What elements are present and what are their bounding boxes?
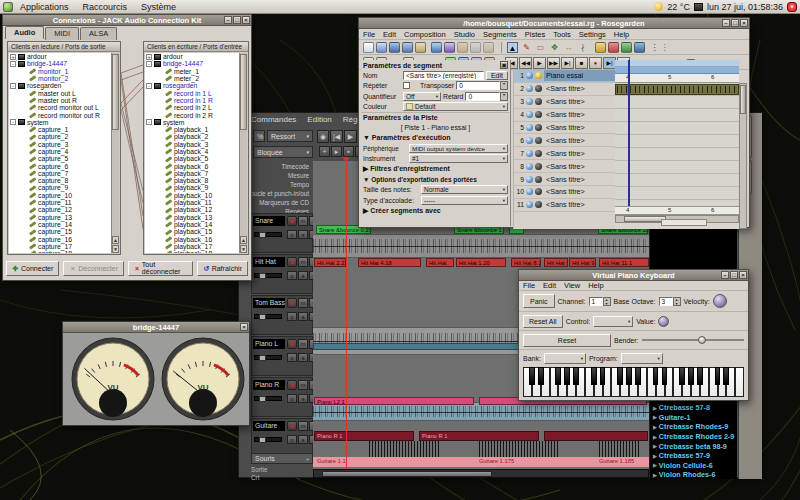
record-arm-button[interactable]: [287, 339, 297, 349]
tree-item[interactable]: playback_12: [145, 206, 239, 213]
tree-expander-icon[interactable]: -: [10, 119, 16, 125]
rosegarden-menu-item[interactable]: Help: [614, 30, 629, 39]
tree-item[interactable]: playback_7: [145, 170, 239, 177]
tree-item[interactable]: playback_11: [145, 199, 239, 206]
track-name-field[interactable]: Tom Bass: [253, 298, 285, 308]
rosegarden-menu-item[interactable]: Composition: [404, 30, 446, 39]
resize-tool-icon[interactable]: ↔: [563, 42, 574, 53]
crt-label[interactable]: Crt: [251, 474, 259, 481]
tree-expander-icon[interactable]: -: [10, 61, 16, 67]
tree-item[interactable]: capture_18: [9, 250, 111, 253]
rosegarden-titlebar[interactable]: /home/bousquet/Documents/essai.rg - Rose…: [359, 18, 749, 29]
ardour-track-header[interactable]: Hit Hat m s p a g: [251, 254, 313, 294]
track-name-field[interactable]: Hit Hat: [253, 257, 285, 267]
track-name[interactable]: <Sans titre>: [544, 135, 615, 146]
piano-black-key[interactable]: [591, 367, 597, 385]
audio-region-piano-r[interactable]: Piano R 1: [314, 431, 414, 441]
rosegarden-menu-item[interactable]: Pistes: [525, 30, 545, 39]
automation-button[interactable]: a: [298, 230, 308, 239]
tree-expander-icon[interactable]: -: [146, 119, 152, 125]
tree-item[interactable]: capture_17: [9, 243, 111, 250]
track-name[interactable]: <Sans titre>: [544, 161, 615, 172]
track-record-led[interactable]: [535, 137, 542, 144]
tree-expander-icon[interactable]: -: [10, 83, 16, 89]
region-list-item[interactable]: ▶ Guitare-1: [650, 413, 737, 423]
panic-button[interactable]: Panic: [523, 294, 555, 308]
track-fader[interactable]: [254, 437, 282, 442]
track-record-led[interactable]: [535, 163, 542, 170]
tree-item[interactable]: - bridge-14447: [145, 60, 239, 67]
track-record-led[interactable]: [535, 201, 542, 208]
close-icon[interactable]: ×: [739, 271, 747, 279]
track-name[interactable]: <Sans titre>: [544, 148, 615, 159]
output-label[interactable]: Sortie: [251, 466, 267, 473]
segment-name-field[interactable]: <Sans titre> (enregistré): [403, 71, 484, 80]
region-list-item[interactable]: ▶ Violon Cellule-6: [650, 461, 737, 471]
record-arm-button[interactable]: [287, 216, 297, 226]
automation-button[interactable]: a: [298, 312, 308, 321]
piano-white-key[interactable]: [735, 367, 744, 397]
region-list-item[interactable]: ▶ Ctrebasse Rhodes-9: [650, 422, 737, 432]
track-fader[interactable]: [254, 273, 282, 278]
dock-collapse-icon[interactable]: ▣: [500, 61, 508, 69]
tree-item[interactable]: - bridge-14447: [9, 60, 111, 67]
rosegarden-track-row[interactable]: 2 <Sans titre>: [514, 83, 615, 96]
bracket-select[interactable]: -----▾: [421, 196, 508, 205]
delay-field[interactable]: 0: [465, 92, 500, 101]
lock-mode-select[interactable]: Bloquée▾: [253, 146, 313, 158]
chord-ruler[interactable]: [615, 67, 739, 74]
cut-icon[interactable]: [457, 42, 468, 53]
record-arm-button[interactable]: [287, 298, 297, 308]
track-record-led[interactable]: [535, 111, 542, 118]
rosegarden-track-row[interactable]: 11 <Sans titre>: [514, 199, 615, 212]
audio-region-guitare[interactable]: Guitare 1.185: [597, 457, 649, 467]
piano-black-key[interactable]: [626, 367, 632, 385]
track-record-led[interactable]: [535, 188, 542, 195]
rosegarden-track-row[interactable]: 6 <Sans titre>: [514, 134, 615, 147]
tree-expander-icon[interactable]: +: [10, 54, 16, 60]
rosegarden-track-row[interactable]: 3 <Sans titre>: [514, 96, 615, 109]
piano-black-key[interactable]: [715, 367, 721, 385]
writable-clients-tree[interactable]: + ardour - bridge-14447 meter_1: [145, 53, 239, 253]
connections-titlebar[interactable]: Connexions - JACK Audio Connection Kit –…: [3, 15, 251, 26]
playlist-button[interactable]: p: [287, 435, 297, 444]
transport-button[interactable]: ■: [575, 57, 588, 69]
play-button[interactable]: ▶: [344, 130, 357, 143]
rosegarden-track-row[interactable]: 7 <Sans titre>: [514, 147, 615, 160]
rosegarden-menu-item[interactable]: Studio: [454, 30, 475, 39]
note-size-select[interactable]: Normale▾: [421, 185, 508, 194]
split-tool-icon[interactable]: ∤: [577, 42, 588, 53]
tree-item[interactable]: playback_9: [145, 184, 239, 191]
ardour-menu-item[interactable]: Edition: [307, 115, 331, 126]
tree-item[interactable]: capture_14: [9, 221, 111, 228]
snare-waveform[interactable]: [313, 234, 649, 258]
tree-expander-icon[interactable]: +: [146, 54, 152, 60]
piano-black-key[interactable]: [555, 367, 561, 385]
record-arm-button[interactable]: [287, 421, 297, 431]
bar-ruler-bottom[interactable]: 4 5 6: [615, 206, 739, 215]
piano-black-key[interactable]: [529, 367, 535, 385]
close-icon[interactable]: ×: [240, 323, 248, 331]
menu-raccourcis[interactable]: Raccourcis: [76, 2, 135, 12]
piano-black-key[interactable]: [573, 367, 579, 385]
expand-arrow-icon[interactable]: ▶: [653, 472, 657, 478]
tree-item[interactable]: capture_3: [9, 141, 111, 148]
program-select[interactable]: ▾: [621, 353, 663, 364]
loop-transport-button[interactable]: ◉: [317, 130, 329, 143]
disconnect-button[interactable]: × Déconnecter: [63, 261, 124, 276]
tree-item[interactable]: capture_1: [9, 126, 111, 133]
tree-item[interactable]: playback_15: [145, 228, 239, 235]
rosegarden-playhead[interactable]: [628, 60, 630, 206]
track-mute-led[interactable]: [526, 98, 533, 105]
track-mute-led[interactable]: [526, 176, 533, 183]
tree-item[interactable]: monitor_2: [9, 75, 111, 82]
track-mute-led[interactable]: [526, 137, 533, 144]
transport-button[interactable]: ◀◀: [519, 57, 532, 69]
tree-item[interactable]: capture_7: [9, 170, 111, 177]
track-record-led[interactable]: [535, 150, 542, 157]
writable-clients-header[interactable]: Clients en écriture / Ports d'entrée: [144, 42, 248, 52]
tree-expander-icon[interactable]: -: [146, 61, 152, 67]
playback-params-header[interactable]: ▼ Paramètres d'exécution: [363, 134, 451, 141]
close-icon[interactable]: ×: [242, 16, 250, 24]
audio-region-guitare[interactable]: Guitare 1.1: [315, 457, 375, 467]
